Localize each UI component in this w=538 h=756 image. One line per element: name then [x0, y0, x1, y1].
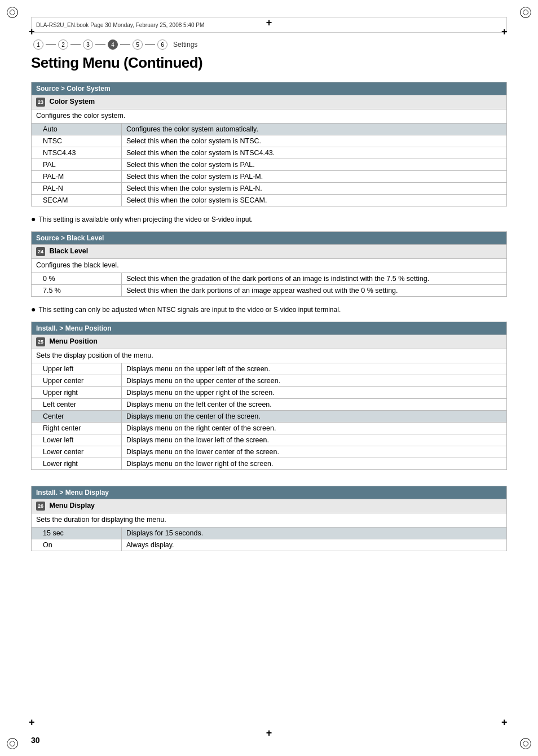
- menu-display-header: Install. > Menu Display: [32, 486, 507, 499]
- color-system-subsection: 23 Color System: [32, 95, 507, 109]
- desc-auto: Configures the color system automaticall…: [122, 124, 507, 135]
- color-system-row-paln: PAL-N Select this when the color system …: [32, 183, 507, 195]
- color-system-desc: Configures the color system.: [32, 109, 507, 124]
- option-75pct: 7.5 %: [32, 285, 122, 297]
- black-level-row-75: 7.5 % Select this when the dark portions…: [32, 285, 507, 297]
- color-system-table: Source > Color System 23 Color System Co…: [31, 82, 507, 206]
- menu-position-row-uc: Upper center Displays menu on the upper …: [32, 375, 507, 387]
- desc-paln: Select this when the color system is PAL…: [122, 183, 507, 195]
- option-upper-left: Upper left: [32, 363, 122, 375]
- desc-right-center: Displays menu on the right center of the…: [122, 423, 507, 434]
- desc-left-center: Displays menu on the left center of the …: [122, 399, 507, 411]
- crosshair-br: [501, 719, 510, 728]
- crosshair-tl: [28, 28, 37, 37]
- menu-position-row-locc: Lower center Displays menu on the lower …: [32, 446, 507, 458]
- page-title: Setting Menu (Continued): [31, 54, 507, 72]
- color-system-row-secam: SECAM Select this when the color system …: [32, 195, 507, 206]
- black-level-header: Source > Black Level: [32, 232, 507, 245]
- desc-center: Displays menu on the center of the scree…: [122, 411, 507, 423]
- page: DLA-RS2U_EN.book Page 30 Monday, Februar…: [0, 0, 538, 756]
- crosshair-bl: [28, 719, 37, 728]
- menu-position-row-ul: Upper left Displays menu on the upper le…: [32, 363, 507, 375]
- option-lower-left: Lower left: [32, 434, 122, 446]
- menu-position-row-ll: Lower left Displays menu on the lower le…: [32, 434, 507, 446]
- desc-lower-left: Displays menu on the lower left of the s…: [122, 434, 507, 446]
- menu-display-subsection: 26 Menu Display: [32, 499, 507, 513]
- reg-mark-tr: [520, 7, 531, 18]
- crosshair-top-center: +: [266, 17, 272, 29]
- step-3: 3: [83, 39, 93, 50]
- main-content: Setting Menu (Continued) Source > Color …: [31, 54, 507, 725]
- desc-on: Always display.: [122, 539, 507, 551]
- reg-mark-bl: [7, 738, 18, 749]
- option-on: On: [32, 539, 122, 551]
- desc-75pct: Select this when the dark portions of an…: [122, 285, 507, 297]
- step-line-5: [145, 44, 155, 45]
- black-level-row-0: 0 % Select this when the gradation of th…: [32, 273, 507, 285]
- menu-display-table: Install. > Menu Display 26 Menu Display …: [31, 486, 507, 551]
- menu-display-badge: 26: [36, 502, 45, 511]
- step-line-1: [46, 44, 56, 45]
- menu-display-desc: Sets the duration for displaying the men…: [32, 513, 507, 528]
- crosshair-tr: [501, 28, 510, 37]
- desc-pal: Select this when the color system is PAL…: [122, 159, 507, 171]
- menu-position-table: Install. > Menu Position 25 Menu Positio…: [31, 322, 507, 470]
- black-level-subsection: 24 Black Level: [32, 245, 507, 259]
- option-auto: Auto: [32, 124, 122, 135]
- menu-position-subsection: 25 Menu Position: [32, 335, 507, 349]
- header-text: DLA-RS2U_EN.book Page 30 Monday, Februar…: [36, 22, 204, 28]
- menu-display-row-15sec: 15 sec Displays for 15 seconds.: [32, 528, 507, 539]
- option-center: Center: [32, 411, 122, 423]
- crosshair-bottom-center: +: [266, 727, 272, 739]
- color-system-row-ntsc443: NTSC4.43 Select this when the color syst…: [32, 147, 507, 159]
- desc-0pct: Select this when the gradation of the da…: [122, 273, 507, 285]
- desc-upper-center: Displays menu on the upper center of the…: [122, 375, 507, 387]
- menu-display-row-on: On Always display.: [32, 539, 507, 551]
- menu-position-row-lc: Left center Displays menu on the left ce…: [32, 399, 507, 411]
- option-pal: PAL: [32, 159, 122, 171]
- color-system-row-palm: PAL-M Select this when the color system …: [32, 171, 507, 183]
- menu-position-badge: 25: [36, 337, 45, 346]
- menu-position-row-ur: Upper right Displays menu on the upper r…: [32, 387, 507, 399]
- desc-ntsc443: Select this when the color system is NTS…: [122, 147, 507, 159]
- menu-position-row-center: Center Displays menu on the center of th…: [32, 411, 507, 423]
- note-bullet-1: ●: [31, 214, 36, 223]
- black-level-badge: 24: [36, 247, 45, 256]
- desc-palm: Select this when the color system is PAL…: [122, 171, 507, 183]
- black-level-table: Source > Black Level 24 Black Level Conf…: [31, 231, 507, 297]
- black-level-note: ● This setting can only be adjusted when…: [31, 305, 507, 314]
- reg-mark-br: [520, 738, 531, 749]
- color-system-row-pal: PAL Select this when the color system is…: [32, 159, 507, 171]
- step-1: 1: [33, 39, 43, 50]
- desc-ntsc: Select this when the color system is NTS…: [122, 135, 507, 147]
- option-right-center: Right center: [32, 423, 122, 434]
- black-level-desc: Configures the black level.: [32, 259, 507, 273]
- option-upper-center: Upper center: [32, 375, 122, 387]
- menu-position-header: Install. > Menu Position: [32, 322, 507, 335]
- desc-secam: Select this when the color system is SEC…: [122, 195, 507, 206]
- option-0pct: 0 %: [32, 273, 122, 285]
- page-number: 30: [31, 736, 40, 745]
- desc-upper-right: Displays menu on the upper right of the …: [122, 387, 507, 399]
- step-indicator: 1 2 3 4 5 6 Settings: [31, 38, 507, 51]
- desc-lower-center: Displays menu on the lower center of the…: [122, 446, 507, 458]
- color-system-row-ntsc: NTSC Select this when the color system i…: [32, 135, 507, 147]
- color-system-row-auto: Auto Configures the color system automat…: [32, 124, 507, 135]
- option-left-center: Left center: [32, 399, 122, 411]
- desc-lower-right: Displays menu on the lower right of the …: [122, 458, 507, 470]
- option-lower-right: Lower right: [32, 458, 122, 470]
- option-15sec: 15 sec: [32, 528, 122, 539]
- option-ntsc: NTSC: [32, 135, 122, 147]
- option-paln: PAL-N: [32, 183, 122, 195]
- step-5: 5: [133, 39, 143, 50]
- reg-mark-tl: [7, 7, 18, 18]
- step-2: 2: [58, 39, 68, 50]
- step-line-2: [70, 44, 81, 45]
- option-palm: PAL-M: [32, 171, 122, 183]
- step-line-4: [120, 44, 130, 45]
- option-lower-center: Lower center: [32, 446, 122, 458]
- note-bullet-2: ●: [31, 305, 36, 314]
- color-system-badge: 23: [36, 98, 45, 107]
- step-6: 6: [157, 39, 167, 50]
- menu-position-row-rc: Right center Displays menu on the right …: [32, 423, 507, 434]
